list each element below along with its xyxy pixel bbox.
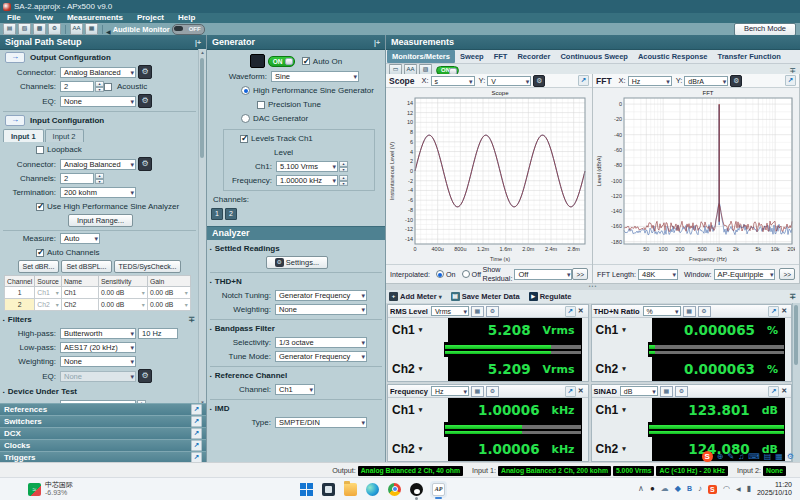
auto-on-checkbox[interactable]: [302, 57, 310, 65]
qq-tray-icon[interactable]: [650, 485, 655, 493]
menu-view[interactable]: View: [28, 13, 60, 23]
channel-selector-ch1[interactable]: Ch1: [592, 318, 652, 342]
meter-popout-icon[interactable]: [565, 386, 576, 397]
low-pass-select[interactable]: AES17 (20 kHz): [60, 342, 136, 353]
tab-sweep[interactable]: Sweep: [455, 50, 489, 63]
fft-popout-icon[interactable]: [785, 75, 796, 86]
meter-settings-gear-icon[interactable]: [486, 306, 499, 317]
pin-icon[interactable]: [188, 315, 195, 324]
edge-icon[interactable]: [366, 483, 379, 496]
generator-frequency-select-spinner[interactable]: [339, 175, 348, 186]
spin-down-icon[interactable]: [339, 181, 348, 187]
meter-settings-gear-icon[interactable]: [698, 306, 711, 317]
qq-icon[interactable]: [410, 483, 423, 496]
high-pass-select[interactable]: Butterworth: [60, 328, 136, 339]
meter-settings-gear-icon[interactable]: [486, 386, 499, 397]
levels-track-ch1-checkbox[interactable]: [240, 135, 248, 143]
section-references[interactable]: References: [0, 403, 206, 415]
popout-icon[interactable]: [191, 440, 202, 451]
meter-display-mode-icon[interactable]: [471, 386, 484, 397]
gear-icon[interactable]: [787, 453, 794, 461]
hps-analyzer-checkbox[interactable]: [36, 203, 44, 211]
channel-selector-ch1[interactable]: Ch1: [388, 318, 448, 342]
clipboard-icon[interactable]: [764, 453, 772, 461]
channel-selector-ch1[interactable]: Ch1: [592, 398, 652, 422]
bluetooth-icon[interactable]: [687, 485, 692, 493]
meter-close-icon[interactable]: [578, 307, 584, 315]
file-explorer-icon[interactable]: [344, 483, 357, 496]
menu-file[interactable]: File: [0, 13, 28, 23]
tab-monitors-meters[interactable]: Monitors/Meters: [387, 50, 455, 63]
task-view-icon[interactable]: [322, 483, 335, 496]
meters-scrollbar[interactable]: [792, 303, 800, 463]
auto-channels-checkbox[interactable]: [36, 249, 44, 257]
reference-channel-select[interactable]: Ch1: [275, 384, 315, 395]
notch-tuning-select[interactable]: Generator Frequency: [275, 290, 367, 301]
input-tab-1[interactable]: Input 1: [3, 129, 44, 142]
apps-icon[interactable]: [775, 453, 783, 461]
network-icon[interactable]: [723, 485, 730, 493]
regulate-button[interactable]: Regulate: [529, 292, 572, 301]
waveform-select[interactable]: Sine: [271, 71, 359, 82]
set-dbr-button[interactable]: Set dBR...: [18, 260, 60, 273]
channel-button-1[interactable]: 1: [211, 208, 223, 220]
sequence-icon[interactable]: ▦: [85, 23, 98, 35]
audio-icon[interactable]: [698, 485, 702, 493]
input-range-button[interactable]: Input Range...: [68, 214, 133, 227]
cell-source[interactable]: Ch1: [35, 287, 62, 299]
acoustic-checkbox[interactable]: [104, 83, 112, 91]
cell-gain[interactable]: 0.00 dB: [147, 287, 190, 299]
report-icon[interactable]: AA: [70, 23, 83, 35]
dac-generator-radio[interactable]: [241, 114, 250, 123]
generator-on-toggle[interactable]: ON: [268, 56, 295, 67]
battery-icon[interactable]: [747, 485, 751, 493]
save-project-icon[interactable]: ▩: [33, 23, 46, 35]
fft-length-select[interactable]: 48K: [638, 269, 678, 280]
sogou-s-icon[interactable]: [702, 451, 713, 462]
settings-button[interactable]: Settings...: [266, 256, 328, 269]
sogou-icon[interactable]: [708, 485, 717, 494]
ch1-level-select[interactable]: 5.100 Vrms: [276, 161, 338, 172]
mic-icon[interactable]: [738, 453, 744, 461]
section-switchers[interactable]: Switchers: [0, 415, 206, 427]
cell-name[interactable]: Ch2: [61, 299, 98, 311]
tab-acoustic-response[interactable]: Acoustic Response: [633, 50, 713, 63]
imd-type-select[interactable]: SMPTE/DIN: [275, 417, 367, 428]
meter-popout-icon[interactable]: [768, 306, 779, 317]
ch1-level-select-spinner[interactable]: [339, 161, 348, 172]
pen-icon[interactable]: [727, 453, 734, 461]
popout-icon[interactable]: [191, 428, 202, 439]
fft-y-select[interactable]: dBrA: [684, 76, 728, 86]
meter-close-icon[interactable]: [781, 307, 787, 315]
popout-icon[interactable]: [191, 416, 202, 427]
channel-selector-ch2[interactable]: Ch2: [592, 357, 652, 381]
chrome-icon[interactable]: [388, 483, 401, 496]
open-project-icon[interactable]: ▧: [18, 23, 31, 35]
menu-measurements[interactable]: Measurements: [60, 13, 130, 23]
meter-unit-select[interactable]: dB: [620, 386, 658, 396]
show-residual-select[interactable]: Off: [514, 269, 572, 280]
output-eq-select-gear-icon[interactable]: [138, 94, 152, 108]
weighting-select[interactable]: None: [60, 356, 136, 367]
input-channels-input[interactable]: 2: [60, 173, 94, 184]
interpolated-on-radio[interactable]: [436, 270, 444, 278]
precision-tune-checkbox[interactable]: [257, 101, 265, 109]
output-eq-select[interactable]: None: [60, 96, 136, 107]
cell-sensitivity[interactable]: 0.00 dB: [98, 287, 147, 299]
measure-select[interactable]: Auto: [60, 233, 100, 244]
meter-display-mode-icon[interactable]: [471, 306, 484, 317]
channel-selector-ch2[interactable]: Ch2: [388, 437, 448, 461]
scope-settings-gear-icon[interactable]: [533, 75, 545, 87]
signal-path-scrollbar[interactable]: ▲ ▼: [198, 49, 206, 407]
apx500-icon[interactable]: [432, 483, 445, 496]
loopback-checkbox[interactable]: [36, 146, 44, 154]
tab-transfer-function[interactable]: Transfer Function: [713, 50, 786, 63]
fft-settings-gear-icon[interactable]: [730, 75, 742, 87]
termination-select[interactable]: 200 kohm: [60, 187, 136, 198]
meter-display-mode-icon[interactable]: [660, 386, 673, 397]
channel-selector-ch2[interactable]: Ch2: [592, 437, 652, 461]
scope-more-button[interactable]: >>: [572, 268, 588, 280]
analyzer-weighting-select[interactable]: None: [275, 304, 367, 315]
channel-button-2[interactable]: 2: [225, 208, 237, 220]
popout-icon[interactable]: [191, 404, 202, 415]
